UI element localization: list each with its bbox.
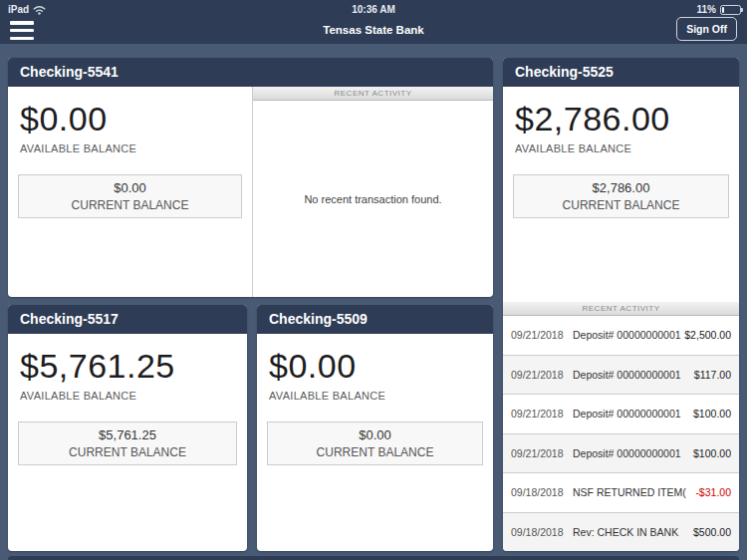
available-balance-value: $0.00: [269, 347, 481, 386]
status-right: 11%: [697, 4, 741, 15]
account-card-5541[interactable]: Checking-5541 $0.00 AVAILABLE BALANCE $0…: [8, 58, 493, 297]
transaction-date: 09/21/2018: [511, 447, 573, 459]
transaction-description: Deposit# 00000000001: [573, 369, 694, 381]
transaction-amount: -$31.00: [695, 486, 731, 498]
account-card-title: Checking-5525: [503, 58, 739, 87]
next-card-row-peek: [8, 556, 739, 560]
current-balance-value: $0.00: [359, 427, 391, 442]
transaction-row[interactable]: 09/21/2018Deposit# 00000000001$2,500.00: [503, 316, 739, 356]
transaction-amount: $100.00: [693, 447, 731, 459]
available-balance-label: AVAILABLE BALANCE: [515, 142, 727, 154]
transaction-row[interactable]: 09/21/2018Deposit# 00000000001$100.00: [503, 395, 739, 434]
transaction-list: 09/21/2018Deposit# 00000000001$2,500.000…: [503, 316, 739, 551]
available-balance-label: AVAILABLE BALANCE: [269, 390, 481, 402]
transaction-date: 09/21/2018: [511, 329, 573, 341]
transaction-date: 09/18/2018: [511, 526, 573, 538]
recent-activity-header: RECENT ACTIVITY: [253, 87, 493, 101]
account-card-5525[interactable]: Checking-5525 $2,786.00 AVAILABLE BALANC…: [503, 58, 739, 551]
current-balance-box: $2,786.00 CURRENT BALANCE: [513, 174, 729, 218]
balance-column: $0.00 AVAILABLE BALANCE $0.00 CURRENT BA…: [8, 87, 252, 297]
current-balance-box: $5,761.25 CURRENT BALANCE: [18, 421, 237, 465]
transaction-description: Deposit# 00000000001: [573, 408, 693, 420]
balance-column: $2,786.00 AVAILABLE BALANCE $2,786.00 CU…: [503, 87, 739, 302]
transaction-row[interactable]: 09/21/2018Deposit# 00000000001$100.00: [503, 434, 739, 474]
transaction-date: 09/21/2018: [511, 408, 573, 420]
available-balance-value: $0.00: [20, 100, 240, 139]
current-balance-value: $0.00: [114, 180, 146, 195]
current-balance-value: $5,761.25: [99, 427, 156, 442]
current-balance-label: CURRENT BALANCE: [317, 445, 434, 459]
current-balance-label: CURRENT BALANCE: [69, 445, 186, 459]
current-balance-label: CURRENT BALANCE: [72, 198, 189, 212]
transaction-date: 09/21/2018: [511, 369, 573, 381]
transaction-row[interactable]: 09/21/2018Deposit# 00000000001$117.00: [503, 356, 739, 396]
sign-off-button[interactable]: Sign Off: [676, 17, 737, 41]
status-bar: iPad 10:36 AM 11%: [0, 0, 747, 20]
account-card-5509[interactable]: Checking-5509 $0.00 AVAILABLE BALANCE $0…: [257, 305, 493, 551]
battery-icon: [720, 5, 741, 15]
transaction-amount: $2,500.00: [684, 329, 731, 341]
recent-activity-header: RECENT ACTIVITY: [503, 302, 739, 316]
battery-percent: 11%: [697, 4, 716, 15]
recent-activity-panel: RECENT ACTIVITY No recent transaction fo…: [252, 87, 493, 297]
current-balance-box: $0.00 CURRENT BALANCE: [267, 421, 483, 465]
top-bar: iPad 10:36 AM 11% Tensas State Bank Sign…: [0, 0, 747, 44]
status-time: 10:36 AM: [0, 4, 747, 15]
available-balance-value: $5,761.25: [20, 347, 235, 386]
transaction-row[interactable]: 09/18/2018NSF RETURNED ITEM(-$31.00: [503, 473, 739, 513]
account-card-title: Checking-5509: [257, 305, 493, 334]
transaction-amount: $100.00: [693, 408, 731, 420]
available-balance-value: $2,786.00: [515, 100, 727, 139]
transaction-description: NSF RETURNED ITEM(: [573, 486, 695, 498]
transaction-row[interactable]: 09/18/2018Rev: CHECK IN BANK$500.00: [503, 513, 739, 552]
transaction-description: Deposit# 00000000001: [573, 447, 693, 459]
app-title: Tensas State Bank: [0, 24, 747, 36]
available-balance-label: AVAILABLE BALANCE: [20, 390, 235, 402]
account-card-title: Checking-5541: [8, 58, 493, 87]
no-transactions-message: No recent transaction found.: [253, 101, 493, 297]
current-balance-label: CURRENT BALANCE: [563, 198, 680, 212]
current-balance-value: $2,786.00: [593, 180, 650, 195]
account-card-title: Checking-5517: [8, 305, 247, 334]
current-balance-box: $0.00 CURRENT BALANCE: [18, 174, 242, 218]
nav-bar: Tensas State Bank Sign Off: [0, 20, 747, 44]
account-card-5517[interactable]: Checking-5517 $5,761.25 AVAILABLE BALANC…: [8, 305, 247, 551]
available-balance-label: AVAILABLE BALANCE: [20, 142, 240, 154]
transaction-date: 09/18/2018: [511, 486, 573, 498]
app-screen: iPad 10:36 AM 11% Tensas State Bank Sign…: [0, 0, 747, 560]
transaction-description: Deposit# 00000000001: [573, 329, 684, 341]
transaction-description: Rev: CHECK IN BANK: [573, 526, 693, 538]
transaction-amount: $117.00: [694, 369, 731, 381]
transaction-amount: $500.00: [693, 526, 731, 538]
